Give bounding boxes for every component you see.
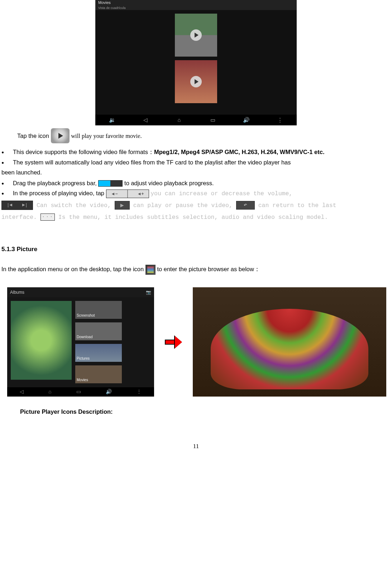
section-heading: 5.1.3 Picture: [1, 245, 392, 254]
albums-header: Albums 📷: [7, 287, 154, 297]
picture-browser-row: Albums 📷 Screenshot Download Pictures Mo…: [7, 287, 392, 397]
play-icon: [190, 29, 202, 41]
folder-label: Pictures: [77, 356, 90, 361]
fruit-photo: [193, 287, 386, 397]
android-navbar: ◁ ⌂ ▭ 🔊 ⋮: [7, 387, 154, 397]
nav-icon: ⋮: [137, 388, 142, 396]
prev-icon: |◄: [7, 201, 13, 210]
movies-header: Movies Vista de cuadrícula: [95, 0, 297, 10]
next-icon: ►|: [22, 201, 28, 210]
album-butterfly: [11, 301, 72, 380]
vol-up-icon: ◄+: [137, 191, 144, 197]
home-icon: ⌂: [176, 116, 182, 124]
nav-icon: 🔊: [106, 388, 112, 396]
albums-grid: Screenshot Download Pictures Movies: [7, 297, 154, 387]
text: Tap the icon: [17, 133, 51, 139]
icons-description-heading: Picture Player Icons Description:: [20, 407, 392, 417]
text: This device supports the following video…: [13, 149, 154, 155]
text: Is the menu, it includes subtitles selec…: [58, 214, 328, 221]
play-pause-icon: ▶: [115, 201, 130, 210]
folder-label: Movies: [77, 377, 88, 383]
menu-dots-icon: ···: [40, 214, 55, 221]
tap-icon-line: Tap the icon will play your favorite mov…: [0, 129, 392, 144]
feature-list: This device supports the following video…: [0, 148, 392, 167]
back-icon: ◁: [142, 116, 149, 124]
movie-thumb-2: [175, 60, 217, 103]
progress-bar-icon: [98, 180, 123, 187]
album-folder: Pictures: [75, 344, 122, 362]
prev-next-icon: |◄ ►|: [1, 201, 33, 210]
movies-title: Movies: [98, 0, 294, 6]
folder-label: Download: [77, 334, 92, 340]
arrow-icon: [165, 336, 182, 349]
vol-down-icon: 🔉: [109, 116, 115, 124]
play-button-icon: [51, 128, 70, 143]
list-item: In the process of playing video, tap ◄− …: [13, 189, 391, 198]
nav-icon: ⌂: [48, 388, 51, 396]
movies-subtitle: Vista de cuadrícula: [98, 6, 294, 11]
list-item: This device supports the following video…: [13, 148, 391, 157]
text: interface.: [1, 214, 40, 221]
text: Drag the playback progress bar,: [13, 180, 98, 186]
folder-label: Screenshot: [77, 313, 95, 318]
albums-title: Albums: [10, 289, 24, 296]
play-icon: [190, 76, 202, 87]
feature-list-2: Drag the playback progress bar, to adjus…: [0, 179, 392, 198]
gallery-icon: [145, 265, 156, 275]
text: you can increase or decrease the volume,: [150, 190, 292, 197]
separator: [127, 190, 128, 198]
vol-up-icon: 🔊: [243, 116, 249, 124]
formats: Mpeg1/2, Mpeg4 SP/ASP GMC, H.263, H.264,…: [154, 149, 325, 155]
list-item: Drag the playback progress bar, to adjus…: [13, 179, 391, 188]
picture-intro-line: In the application menu or on the deskto…: [1, 265, 392, 275]
list-item: The system will automatically load any v…: [13, 158, 391, 167]
recent-icon: ▭: [210, 116, 216, 124]
text: to adjust video playback progress.: [124, 180, 214, 186]
movie-thumb-1: [175, 14, 217, 57]
nav-icon: ▭: [76, 388, 81, 396]
text: will play your favorite movie.: [71, 133, 142, 139]
text: Can switch the video,: [37, 202, 115, 209]
page-number: 11: [0, 442, 392, 451]
album-folder: Screenshot: [75, 301, 122, 319]
continuation-line: been launched.: [1, 168, 392, 177]
text: In the application menu or on the deskto…: [1, 266, 145, 273]
album-folder: Download: [75, 322, 122, 340]
text: can return to the last: [258, 202, 336, 209]
movies-screenshot: Movies Vista de cuadrícula 🔉 ◁ ⌂ ▭ 🔊 ⋮: [95, 0, 297, 125]
volume-control-icon: ◄− ◄+: [106, 190, 149, 198]
fruit-basket: [211, 309, 368, 389]
text: In the process of playing video, tap: [13, 190, 106, 196]
albums-screenshot: Albums 📷 Screenshot Download Pictures Mo…: [7, 287, 154, 397]
movies-grid: [95, 10, 297, 115]
android-navbar: 🔉 ◁ ⌂ ▭ 🔊 ⋮: [95, 115, 297, 125]
nav-icon: ◁: [20, 388, 24, 396]
camera-icon: 📷: [146, 289, 151, 296]
text: The system will automatically load any v…: [13, 159, 291, 166]
back-arrow-icon: ↶: [236, 201, 255, 210]
menu-icon: ⋮: [277, 116, 283, 124]
vol-down-icon: ◄−: [111, 191, 118, 197]
text: can play or pause the video,: [133, 202, 236, 209]
album-folder: Movies: [75, 365, 122, 383]
text: to enter the picture browser as below：: [157, 266, 260, 273]
continuation-block: |◄ ►| Can switch the video, ▶ can play o…: [1, 200, 392, 223]
